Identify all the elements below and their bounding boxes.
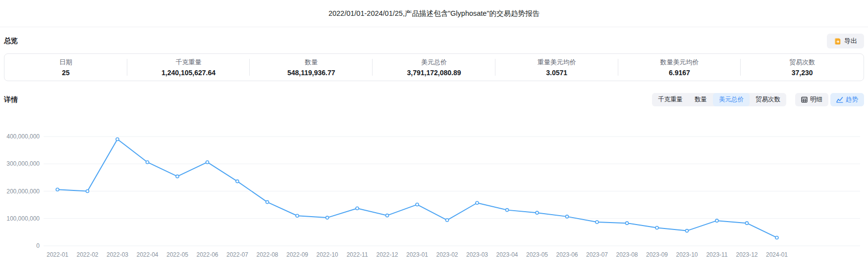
y-axis-tick-label: 400,000,000 <box>6 133 40 140</box>
data-point[interactable] <box>56 188 59 191</box>
x-axis-tick-label: 2022-09 <box>286 251 308 258</box>
overview-stats-card: 日期 25 千克重量 1,240,105,627.64 数量 548,119,9… <box>4 53 864 81</box>
x-axis-tick-label: 2022-03 <box>107 251 128 258</box>
x-axis-tick-label: 2023-09 <box>646 251 668 258</box>
x-axis-tick-label: 2023-03 <box>466 251 488 258</box>
tab-trade-count[interactable]: 贸易次数 <box>750 93 786 106</box>
details-header-row: 详情 千克重量 数量 美元总价 贸易次数 <box>4 93 864 106</box>
y-axis-tick-label: 200,000,000 <box>6 188 40 195</box>
tab-trend-view[interactable]: 趋势 <box>830 93 864 106</box>
y-axis-tick-label: 300,000,000 <box>6 160 40 167</box>
x-axis-tick-label: 2023-05 <box>526 251 548 258</box>
x-axis-tick-label: 2022-04 <box>136 251 158 258</box>
y-axis-tick-label: 0 <box>36 242 40 249</box>
trend-icon <box>836 96 843 103</box>
x-axis-tick-label: 2023-12 <box>736 251 758 258</box>
trend-series-line <box>57 139 777 238</box>
x-axis-tick-label: 2022-05 <box>166 251 188 258</box>
x-axis-tick-label: 2023-11 <box>706 251 727 258</box>
stat-usd-per-quantity: 数量美元均价 6.9167 <box>618 54 741 81</box>
data-point[interactable] <box>206 161 209 164</box>
data-point[interactable] <box>476 201 479 204</box>
data-point[interactable] <box>506 209 509 212</box>
stat-trade-count: 贸易次数 37,230 <box>741 54 864 81</box>
x-axis-tick-label: 2022-01 <box>47 251 68 258</box>
tab-kg-weight[interactable]: 千克重量 <box>652 93 689 106</box>
data-point[interactable] <box>686 229 689 232</box>
data-point[interactable] <box>386 214 389 217</box>
data-point[interactable] <box>236 180 239 183</box>
stat-quantity: 数量 548,119,936.77 <box>250 54 373 81</box>
x-axis-tick-label: 2023-10 <box>676 251 698 258</box>
data-point[interactable] <box>655 227 658 229</box>
data-point[interactable] <box>775 236 778 239</box>
stat-usd-per-weight: 重量美元均价 3.0571 <box>495 54 618 81</box>
x-axis-tick-label: 2023-01 <box>406 251 428 258</box>
x-axis-tick-label: 2022-10 <box>316 251 338 258</box>
data-point[interactable] <box>416 203 419 206</box>
x-axis-tick-label: 2023-08 <box>616 251 638 258</box>
tab-quantity[interactable]: 数量 <box>689 93 713 106</box>
stat-date: 日期 25 <box>4 54 127 81</box>
data-point[interactable] <box>536 211 539 214</box>
overview-header-row: 总览 导出 <box>4 34 864 48</box>
x-axis-tick-label: 2022-11 <box>346 251 368 258</box>
tab-usd-total[interactable]: 美元总价 <box>713 93 750 106</box>
tab-detail-view[interactable]: 明细 <box>795 93 828 106</box>
x-axis-tick-label: 2022-07 <box>226 251 248 258</box>
report-header: 2022/01/01-2024/01/25,产品描述包含"Glyphosate"… <box>0 0 868 27</box>
data-point[interactable] <box>446 219 449 222</box>
table-icon <box>801 96 808 103</box>
view-tab-group: 明细 趋势 <box>795 93 864 106</box>
metric-tab-group: 千克重量 数量 美元总价 贸易次数 <box>652 93 786 106</box>
data-point[interactable] <box>715 219 718 222</box>
details-heading: 详情 <box>4 95 18 104</box>
data-point[interactable] <box>626 222 629 225</box>
x-axis-tick-label: 2024-01 <box>766 251 788 258</box>
data-point[interactable] <box>116 138 119 141</box>
x-axis-tick-label: 2022-06 <box>196 251 218 258</box>
data-point[interactable] <box>746 222 749 225</box>
data-point[interactable] <box>146 161 149 164</box>
x-axis-tick-label: 2022-08 <box>256 251 278 258</box>
stat-kg-weight: 千克重量 1,240,105,627.64 <box>127 54 250 81</box>
chart-toolbar: 千克重量 数量 美元总价 贸易次数 <box>652 93 864 106</box>
export-button[interactable]: 导出 <box>827 34 864 48</box>
trend-line-chart: 0100,000,000200,000,000300,000,000400,00… <box>4 108 864 274</box>
data-point[interactable] <box>326 216 329 219</box>
x-axis-tick-label: 2023-07 <box>586 251 608 258</box>
data-point[interactable] <box>596 221 598 224</box>
overview-heading: 总览 <box>4 37 18 46</box>
data-point[interactable] <box>356 207 359 210</box>
export-file-icon <box>834 38 841 45</box>
data-point[interactable] <box>176 175 179 178</box>
data-point[interactable] <box>566 215 569 218</box>
x-axis-tick-label: 2023-02 <box>436 251 458 258</box>
stat-usd-total: 美元总价 3,791,172,080.89 <box>373 54 495 81</box>
x-axis-tick-label: 2022-02 <box>76 251 98 258</box>
page-title: 2022/01/01-2024/01/25,产品描述包含"Glyphosate"… <box>328 9 540 18</box>
line-chart-canvas: 0100,000,000200,000,000300,000,000400,00… <box>4 108 864 272</box>
x-axis-tick-label: 2023-04 <box>496 251 518 258</box>
data-point[interactable] <box>296 214 299 217</box>
x-axis-tick-label: 2023-06 <box>556 251 578 258</box>
export-button-label: 导出 <box>844 37 857 46</box>
data-point[interactable] <box>266 201 269 204</box>
x-axis-tick-label: 2022-12 <box>376 251 398 258</box>
y-axis-tick-label: 100,000,000 <box>6 215 40 222</box>
data-point[interactable] <box>86 190 89 193</box>
